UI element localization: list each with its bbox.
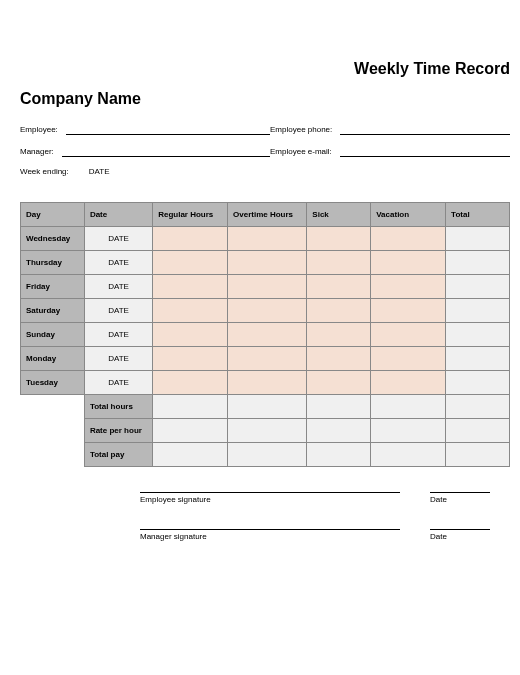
time-table-container: Day Date Regular Hours Overtime Hours Si… [20,202,510,467]
vacation-cell[interactable] [371,371,446,395]
manager-sig-date-line[interactable]: Date [430,529,490,541]
regular-hours-cell[interactable] [153,227,228,251]
vacation-cell[interactable] [371,275,446,299]
table-row: FridayDATE [21,275,510,299]
employee-field: Employee: [20,123,270,135]
date-cell[interactable]: DATE [84,323,152,347]
regular-hours-cell[interactable] [153,347,228,371]
date-cell[interactable]: DATE [84,227,152,251]
summary-vacation-cell [371,443,446,467]
week-ending-label: Week ending: [20,167,69,177]
summary-label-cell: Total pay [84,443,152,467]
phone-field: Employee phone: [270,123,510,135]
email-field: Employee e-mail: [270,145,510,157]
day-cell: Tuesday [21,371,85,395]
summary-row: Total hours [21,395,510,419]
sick-cell[interactable] [307,323,371,347]
table-row: TuesdayDATE [21,371,510,395]
summary-total-cell [446,419,510,443]
phone-input-line[interactable] [340,123,510,135]
header-overtime: Overtime Hours [228,203,307,227]
document-title: Weekly Time Record [354,60,510,78]
row-total-cell [446,251,510,275]
sick-cell[interactable] [307,251,371,275]
company-name: Company Name [20,90,510,108]
employee-signature-line[interactable]: Employee signature [140,492,400,504]
email-input-line[interactable] [340,145,510,157]
table-row: SaturdayDATE [21,299,510,323]
vacation-cell[interactable] [371,347,446,371]
empty-cell [21,443,85,467]
summary-overtime-cell [228,395,307,419]
summary-overtime-cell [228,443,307,467]
regular-hours-cell[interactable] [153,275,228,299]
row-total-cell [446,371,510,395]
summary-label-cell: Total hours [84,395,152,419]
regular-hours-cell[interactable] [153,299,228,323]
day-cell: Thursday [21,251,85,275]
regular-hours-cell[interactable] [153,371,228,395]
time-table: Day Date Regular Hours Overtime Hours Si… [20,202,510,467]
header-day: Day [21,203,85,227]
overtime-hours-cell[interactable] [228,347,307,371]
week-ending-value: DATE [89,167,110,177]
summary-row: Total pay [21,443,510,467]
regular-hours-cell[interactable] [153,251,228,275]
employee-signature-row: Employee signature Date [140,492,490,504]
date-cell[interactable]: DATE [84,347,152,371]
sick-cell[interactable] [307,227,371,251]
overtime-hours-cell[interactable] [228,323,307,347]
overtime-hours-cell[interactable] [228,275,307,299]
overtime-hours-cell[interactable] [228,251,307,275]
table-row: MondayDATE [21,347,510,371]
summary-vacation-cell [371,419,446,443]
summary-vacation-cell [371,395,446,419]
day-cell: Wednesday [21,227,85,251]
employee-input-line[interactable] [66,123,270,135]
sick-cell[interactable] [307,275,371,299]
summary-sick-cell [307,395,371,419]
sick-cell[interactable] [307,299,371,323]
sick-cell[interactable] [307,347,371,371]
summary-regular-cell [153,443,228,467]
employee-sig-date-line[interactable]: Date [430,492,490,504]
header-sick: Sick [307,203,371,227]
date-cell[interactable]: DATE [84,371,152,395]
signature-block: Employee signature Date Manager signatur… [140,492,490,541]
info-row-3: Week ending: DATE [20,167,510,177]
regular-hours-cell[interactable] [153,323,228,347]
vacation-cell[interactable] [371,227,446,251]
summary-sick-cell [307,419,371,443]
summary-sick-cell [307,443,371,467]
summary-regular-cell [153,395,228,419]
manager-field: Manager: [20,145,270,157]
manager-label: Manager: [20,147,54,157]
table-row: SundayDATE [21,323,510,347]
date-cell[interactable]: DATE [84,251,152,275]
overtime-hours-cell[interactable] [228,299,307,323]
date-cell[interactable]: DATE [84,275,152,299]
vacation-cell[interactable] [371,299,446,323]
info-row-1: Employee: Employee phone: [20,123,510,135]
day-cell: Sunday [21,323,85,347]
day-cell: Saturday [21,299,85,323]
manager-signature-line[interactable]: Manager signature [140,529,400,541]
date-cell[interactable]: DATE [84,299,152,323]
email-label: Employee e-mail: [270,147,332,157]
day-cell: Monday [21,347,85,371]
manager-input-line[interactable] [62,145,270,157]
sick-cell[interactable] [307,371,371,395]
row-total-cell [446,227,510,251]
summary-regular-cell [153,419,228,443]
summary-label-cell: Rate per hour [84,419,152,443]
day-cell: Friday [21,275,85,299]
header-total: Total [446,203,510,227]
header-vacation: Vacation [371,203,446,227]
row-total-cell [446,323,510,347]
header-date: Date [84,203,152,227]
row-total-cell [446,347,510,371]
overtime-hours-cell[interactable] [228,227,307,251]
overtime-hours-cell[interactable] [228,371,307,395]
vacation-cell[interactable] [371,323,446,347]
vacation-cell[interactable] [371,251,446,275]
